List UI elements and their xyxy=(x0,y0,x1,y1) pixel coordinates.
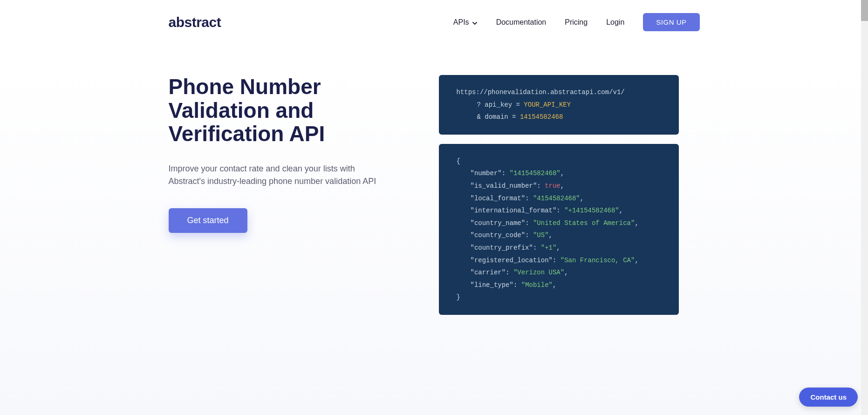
header: abstract APIs Documentation Pricing Logi… xyxy=(169,0,700,44)
main-nav: APIs Documentation Pricing Login SIGN UP xyxy=(453,13,700,31)
nav-documentation[interactable]: Documentation xyxy=(496,18,547,27)
nav-apis-label: APIs xyxy=(453,18,469,27)
hero-section: Phone Number Validation and Verification… xyxy=(169,44,700,343)
chevron-down-icon xyxy=(472,20,478,25)
scrollbar-track[interactable] xyxy=(861,0,868,415)
hero-left: Phone Number Validation and Verification… xyxy=(169,75,411,324)
get-started-button[interactable]: Get started xyxy=(169,208,247,233)
request-code-block: https://phonevalidation.abstractapi.com/… xyxy=(439,75,679,135)
contact-us-button[interactable]: Contact us xyxy=(799,388,858,407)
nav-apis[interactable]: APIs xyxy=(453,18,478,27)
response-code-block: { "number": "14154582468","is_valid_numb… xyxy=(439,144,679,315)
scrollbar-thumb[interactable] xyxy=(861,0,868,21)
page-subtitle: Improve your contact rate and clean your… xyxy=(169,163,383,188)
logo[interactable]: abstract xyxy=(169,14,221,30)
nav-pricing[interactable]: Pricing xyxy=(565,18,588,27)
hero-right: https://phonevalidation.abstractapi.com/… xyxy=(439,75,679,324)
nav-login[interactable]: Login xyxy=(606,18,624,27)
signup-button[interactable]: SIGN UP xyxy=(643,13,699,31)
page-title: Phone Number Validation and Verification… xyxy=(169,75,411,146)
